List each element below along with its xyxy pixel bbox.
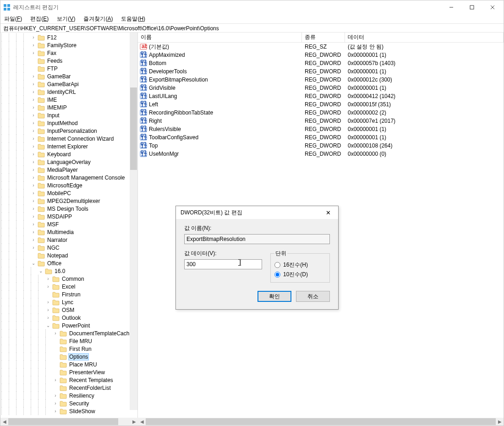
tree-item-slideshow[interactable]: ›SlideShow xyxy=(1,407,137,415)
expand-icon[interactable]: › xyxy=(31,245,36,250)
value-row[interactable]: ExportBitmapResolutionREG_DWORD0x0000012… xyxy=(138,76,504,84)
name-field[interactable] xyxy=(184,234,330,244)
close-button[interactable] xyxy=(482,0,503,14)
tree-item-internet-explorer[interactable]: ›Internet Explorer xyxy=(1,142,137,150)
expand-icon[interactable]: › xyxy=(31,144,36,149)
expand-icon[interactable]: › xyxy=(31,175,36,180)
tree-item-ngc[interactable]: ›NGC xyxy=(1,244,137,251)
data-field[interactable] xyxy=(184,259,262,269)
tree-item-microsoftedge[interactable]: ›MicrosoftEdge xyxy=(1,181,137,189)
tree-item-gamebar[interactable]: ›GameBar xyxy=(1,72,137,80)
value-row[interactable]: LeftREG_DWORD0x0000015f (351) xyxy=(138,100,504,109)
value-row[interactable]: ToolbarConfigSavedREG_DWORD0x00000001 (1… xyxy=(138,133,504,142)
tree-item-microsoft-management-console[interactable]: ›Microsoft Management Console xyxy=(1,174,137,181)
expand-icon[interactable]: › xyxy=(31,97,36,102)
menu-편집[interactable]: 편집(E) xyxy=(28,14,50,24)
tree-item-fax[interactable]: ›Fax xyxy=(1,49,137,57)
value-row[interactable]: LastUILangREG_DWORD0x00000412 (1042) xyxy=(138,92,504,100)
value-row[interactable]: UseMonMgrREG_DWORD0x00000000 (0) xyxy=(138,150,504,158)
tree-item-file-mru[interactable]: ›File MRU xyxy=(1,337,137,345)
tree-item-mpeg2demultiplexer[interactable]: ›MPEG2Demultiplexer xyxy=(1,197,137,205)
cancel-button[interactable]: 취소 xyxy=(296,291,330,302)
value-row[interactable]: GridVisibleREG_DWORD0x00000001 (1) xyxy=(138,84,504,92)
value-row[interactable]: RightREG_DWORD0x000007e1 (2017) xyxy=(138,117,504,125)
radio-hex[interactable]: 16진수(H) xyxy=(274,261,326,269)
col-type[interactable]: 종류 xyxy=(302,33,345,42)
value-row[interactable]: TopREG_DWORD0x00000108 (264) xyxy=(138,142,504,150)
expand-icon[interactable]: › xyxy=(45,300,51,305)
tree-item-options[interactable]: ›Options xyxy=(1,353,137,360)
expand-icon[interactable]: › xyxy=(31,198,36,203)
tree-item-documenttemplatecache[interactable]: ›DocumentTemplateCache xyxy=(1,329,137,337)
value-row[interactable]: BottomREG_DWORD0x0000057b (1403) xyxy=(138,59,504,67)
tree-item-resiliency[interactable]: ›Resiliency xyxy=(1,392,137,399)
expand-icon[interactable]: › xyxy=(31,35,36,40)
minimize-button[interactable] xyxy=(441,0,461,14)
tree-item-security[interactable]: ›Security xyxy=(1,399,137,407)
expand-icon[interactable]: › xyxy=(31,136,36,141)
tree-item-office[interactable]: ⌄Office xyxy=(1,259,137,267)
tree-item-feeds[interactable]: ›Feeds xyxy=(1,57,137,65)
radio-dec[interactable]: 10진수(D) xyxy=(274,271,326,279)
expand-icon[interactable]: › xyxy=(31,128,36,133)
value-row[interactable]: RulersVisibleREG_DWORD0x00000001 (1) xyxy=(138,125,504,133)
tree-item-mediaplayer[interactable]: ›MediaPlayer xyxy=(1,166,137,174)
expand-icon[interactable]: ⌄ xyxy=(38,268,44,273)
expand-icon[interactable]: › xyxy=(31,82,36,87)
value-row[interactable]: RecordingRibbonTabStateREG_DWORD0x000000… xyxy=(138,109,504,117)
expand-icon[interactable]: › xyxy=(53,409,58,414)
expand-icon[interactable]: › xyxy=(31,105,36,110)
tree-item-languageoverlay[interactable]: ›LanguageOverlay xyxy=(1,158,137,166)
list-header[interactable]: 이름 종류 데이터 xyxy=(138,33,504,43)
tree-item-outlook[interactable]: ›Outlook xyxy=(1,314,137,322)
expand-icon[interactable]: › xyxy=(31,191,36,196)
tree-item-input[interactable]: ›Input xyxy=(1,111,137,119)
tree-item-16.0[interactable]: ⌄16.0 xyxy=(1,267,137,275)
tree-item-recent-templates[interactable]: ›Recent Templates xyxy=(1,376,137,384)
expand-icon[interactable]: › xyxy=(53,377,58,382)
expand-icon[interactable]: ⌄ xyxy=(31,261,36,266)
value-row[interactable]: AppMaximizedREG_DWORD0x00000001 (1) xyxy=(138,51,504,59)
expand-icon[interactable]: › xyxy=(31,206,36,211)
expand-icon[interactable]: › xyxy=(53,331,58,336)
address-bar[interactable]: 컴퓨터\HKEY_CURRENT_USER\SOFTWARE\Microsoft… xyxy=(0,23,504,33)
tree-item-firstrun[interactable]: ›Firstrun xyxy=(1,290,137,298)
expand-icon[interactable]: › xyxy=(45,307,51,312)
tree-item-ms-design-tools[interactable]: ›MS Design Tools xyxy=(1,205,137,213)
expand-icon[interactable]: › xyxy=(31,167,36,172)
tree-item-excel[interactable]: ›Excel xyxy=(1,283,137,290)
tree-item-recentfolderlist[interactable]: ›RecentFolderList xyxy=(1,384,137,392)
expand-icon[interactable]: › xyxy=(31,222,36,227)
tree-item-keyboard[interactable]: ›Keyboard xyxy=(1,150,137,158)
tree-horizontal-scrollbar[interactable]: ◀▶ xyxy=(0,418,138,426)
tree-item-lync[interactable]: ›Lync xyxy=(1,298,137,306)
expand-icon[interactable]: › xyxy=(31,89,36,94)
tree-vertical-scrollbar[interactable] xyxy=(130,33,137,410)
tree-item-first-run[interactable]: ›First Run xyxy=(1,345,137,353)
expand-icon[interactable]: › xyxy=(31,74,36,79)
expand-icon[interactable]: › xyxy=(31,152,36,157)
expand-icon[interactable]: › xyxy=(31,229,36,235)
tree-item-f12[interactable]: ›F12 xyxy=(1,33,137,41)
expand-icon[interactable]: › xyxy=(53,393,58,398)
tree-item-presenterview[interactable]: ›PresenterView xyxy=(1,368,137,376)
tree-item-gamebarapi[interactable]: ›GameBarApi xyxy=(1,80,137,88)
list-horizontal-scrollbar[interactable]: ◀▶ xyxy=(138,418,504,426)
expand-icon[interactable]: › xyxy=(45,315,51,320)
tree-item-internet-connection-wizard[interactable]: ›Internet Connection Wizard xyxy=(1,135,137,142)
tree-item-imemip[interactable]: ›IMEMIP xyxy=(1,104,137,111)
tree-pane[interactable]: ›F12›FamilyStore›Fax›Feeds›FTP›GameBar›G… xyxy=(0,33,138,418)
expand-icon[interactable]: ⌄ xyxy=(45,323,51,328)
tree-item-msdaipp[interactable]: ›MSDAIPP xyxy=(1,213,137,220)
tree-item-familystore[interactable]: ›FamilyStore xyxy=(1,41,137,49)
menu-도움말[interactable]: 도움말(H) xyxy=(119,14,147,24)
expand-icon[interactable]: › xyxy=(31,43,36,48)
expand-icon[interactable]: › xyxy=(31,120,36,126)
maximize-button[interactable] xyxy=(461,0,482,14)
expand-icon[interactable]: › xyxy=(31,159,36,164)
expand-icon[interactable]: › xyxy=(31,214,36,219)
tree-item-ftp[interactable]: ›FTP xyxy=(1,65,137,72)
tree-item-osm[interactable]: ›OSM xyxy=(1,306,137,314)
dialog-titlebar[interactable]: DWORD(32비트) 값 편집 ✕ xyxy=(176,206,338,219)
col-data[interactable]: 데이터 xyxy=(345,33,504,42)
